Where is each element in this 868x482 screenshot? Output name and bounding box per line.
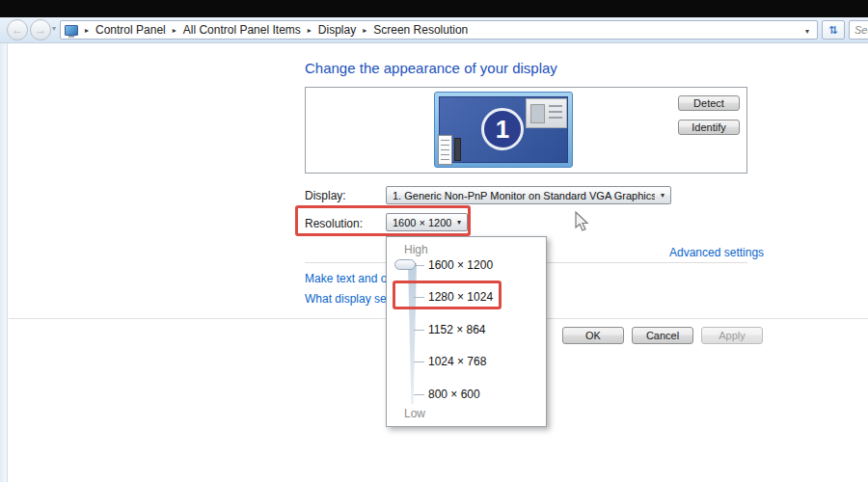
refresh-button[interactable]: ⇅	[822, 20, 845, 40]
forward-arrow-icon: →	[35, 23, 46, 37]
breadcrumb-separator-icon: ▸	[166, 26, 183, 35]
forward-button[interactable]: →	[30, 19, 51, 40]
breadcrumb-separator-icon: ▸	[78, 26, 95, 35]
identify-button[interactable]: Identify	[678, 120, 740, 135]
annotation-box-1280x1024	[393, 281, 502, 309]
display-label: Display:	[305, 189, 346, 202]
back-arrow-icon: ←	[12, 23, 23, 37]
monitor-thumbnail-dialog	[526, 98, 567, 128]
slider-tick	[414, 362, 424, 362]
detect-button[interactable]: Detect	[678, 95, 740, 111]
history-dropdown-icon[interactable]: ▾	[52, 24, 56, 33]
address-bar[interactable]: ▸ Control Panel ▸ All Control Panel Item…	[60, 20, 818, 40]
window-left-edge	[0, 43, 8, 482]
breadcrumb-separator-icon: ▸	[301, 26, 318, 35]
monitor-thumbnail-slider	[454, 138, 461, 161]
slider-high-label: High	[404, 243, 428, 256]
breadcrumb-item-screen-resolution[interactable]: Screen Resolution	[373, 23, 468, 37]
annotation-box-resolution	[295, 205, 471, 236]
display-dropdown-value: 1. Generic Non-PnP Monitor on Standard V…	[387, 190, 655, 201]
monitor-number-badge: 1	[481, 108, 524, 150]
display-icon	[65, 25, 78, 36]
window-titlebar	[0, 0, 868, 17]
resolution-option-1600x1200[interactable]: 1600 × 1200	[428, 258, 493, 272]
resolution-option-1152x864[interactable]: 1152 × 864	[428, 323, 486, 336]
apply-button-disabled: Apply	[701, 327, 763, 344]
chevron-down-icon: ▾	[655, 191, 670, 200]
breadcrumb-item-all-items[interactable]: All Control Panel Items	[183, 23, 301, 37]
breadcrumb-separator-icon: ▸	[356, 26, 373, 35]
advanced-settings-link[interactable]: Advanced settings	[669, 246, 764, 259]
screen-resolution-window: ← → ▾ ▸ Control Panel ▸ All Control Pane…	[0, 0, 868, 482]
resolution-option-1024x768[interactable]: 1024 × 768	[428, 355, 486, 368]
cancel-button[interactable]: Cancel	[632, 327, 693, 344]
breadcrumb-item-display[interactable]: Display	[318, 23, 356, 37]
slider-low-label: Low	[404, 407, 425, 420]
back-button[interactable]: ←	[7, 19, 28, 40]
address-dropdown-icon[interactable]: ▾	[805, 27, 809, 36]
search-input[interactable]: Sea	[849, 20, 868, 40]
slider-tick	[414, 330, 424, 331]
ok-button[interactable]: OK	[562, 327, 624, 344]
resolution-option-800x600[interactable]: 800 × 600	[428, 388, 480, 401]
monitor-thumbnail-list	[438, 135, 452, 165]
slider-tick	[414, 394, 424, 395]
display-dropdown[interactable]: 1. Generic Non-PnP Monitor on Standard V…	[386, 186, 671, 204]
refresh-icon: ⇅	[828, 24, 837, 36]
breadcrumb-item-control-panel[interactable]: Control Panel	[95, 23, 166, 37]
mouse-cursor	[575, 211, 590, 232]
resolution-slider-thumb[interactable]	[394, 259, 416, 270]
resolution-dropdown-panel: High 1600 × 1200 1280 × 1024 1152 × 864 …	[386, 236, 547, 427]
page-title: Change the appearance of your display	[305, 60, 557, 76]
